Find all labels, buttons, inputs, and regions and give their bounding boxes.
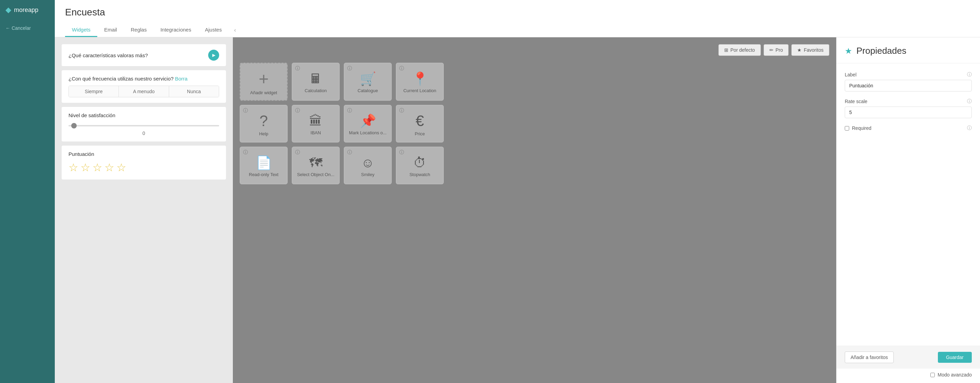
current-location-card[interactable]: ⓘ 📍 Current Location bbox=[396, 63, 444, 101]
required-checkbox[interactable] bbox=[845, 126, 849, 131]
page-title: Encuesta bbox=[65, 7, 970, 18]
borra-link[interactable]: Borra bbox=[175, 76, 188, 81]
widget-grid: + Añadir widget ⓘ 🖩 Calculation ⓘ 🛒 Cata… bbox=[240, 63, 829, 184]
widget-panel: ⊞ Por defecto ✏ Pro ★ Favoritos + Añadir… bbox=[233, 37, 836, 383]
advanced-mode-checkbox[interactable] bbox=[930, 373, 935, 377]
star-icon: ★ bbox=[797, 47, 802, 53]
tab-email[interactable]: Email bbox=[97, 23, 124, 37]
mark-locations-icon: 📌 bbox=[360, 115, 376, 128]
form-card-1-title: ¿Qué características valoras más? ▶ bbox=[68, 49, 219, 61]
main-area: Encuesta Widgets Email Reglas Integracio… bbox=[55, 0, 980, 383]
rate-scale-info-icon: ⓘ bbox=[967, 98, 972, 104]
favoritos-btn[interactable]: ★ Favoritos bbox=[791, 44, 829, 56]
star-3[interactable]: ☆ bbox=[92, 161, 102, 174]
logo-area: ◆ moreapp bbox=[0, 5, 44, 22]
properties-body: Label ⓘ Rate scale ⓘ Required bbox=[837, 63, 980, 346]
required-checkbox-left: Required bbox=[845, 125, 872, 131]
star-1[interactable]: ☆ bbox=[68, 161, 78, 174]
info-icon-calculation: ⓘ bbox=[295, 65, 300, 72]
form-card-3: Nivel de satisfacción 0 bbox=[62, 107, 226, 142]
calculation-icon: 🖩 bbox=[309, 72, 322, 85]
pro-icon: ✏ bbox=[769, 47, 773, 53]
choice-amenudo[interactable]: A menudo bbox=[119, 86, 169, 97]
select-object-card[interactable]: ⓘ 🗺 Select Object On... bbox=[292, 147, 340, 184]
tab-bar: Widgets Email Reglas Integraciones Ajust… bbox=[65, 23, 970, 37]
price-icon: € bbox=[416, 113, 424, 128]
play-button-1[interactable]: ▶ bbox=[208, 49, 219, 61]
readonly-label: Read-only Text bbox=[249, 172, 278, 177]
mark-locations-card[interactable]: ⓘ 📌 Mark Locations o... bbox=[344, 105, 392, 142]
price-card[interactable]: ⓘ € Price bbox=[396, 105, 444, 142]
pro-btn[interactable]: ✏ Pro bbox=[764, 44, 789, 56]
sidebar: ◆ moreapp ← Cancelar bbox=[0, 0, 55, 383]
form-card-2-question: ¿Con qué frecuencia utilizas nuestro ser… bbox=[68, 76, 219, 81]
iban-icon: 🏛 bbox=[309, 115, 322, 128]
price-label: Price bbox=[415, 131, 425, 136]
star-5[interactable]: ☆ bbox=[116, 161, 126, 174]
star-4[interactable]: ☆ bbox=[105, 161, 115, 174]
form-preview-panel: ¿Qué características valoras más? ▶ ¿Con… bbox=[55, 37, 233, 383]
properties-footer: Añadir a favoritos Guardar bbox=[837, 346, 980, 369]
rate-scale-field-label: Rate scale ⓘ bbox=[845, 98, 972, 104]
help-card[interactable]: ⓘ ? Help bbox=[240, 105, 288, 142]
help-label: Help bbox=[259, 131, 269, 136]
rate-scale-field-row: Rate scale ⓘ bbox=[845, 98, 972, 118]
calculation-label: Calculation bbox=[305, 88, 327, 93]
properties-panel: ★ Propiedades Label ⓘ Rate scale ⓘ bbox=[836, 37, 980, 383]
label-input[interactable] bbox=[845, 80, 972, 91]
stopwatch-card[interactable]: ⓘ ⏱ Stopwatch bbox=[396, 147, 444, 184]
slider-value: 0 bbox=[68, 131, 219, 136]
readonly-icon: 📄 bbox=[256, 156, 272, 169]
tab-arrow[interactable]: ‹ bbox=[229, 23, 242, 37]
pro-label: Pro bbox=[776, 47, 783, 53]
widget-toolbar: ⊞ Por defecto ✏ Pro ★ Favoritos bbox=[240, 44, 829, 56]
select-object-icon: 🗺 bbox=[309, 156, 322, 169]
info-icon-current-location: ⓘ bbox=[399, 65, 404, 72]
por-defecto-icon: ⊞ bbox=[724, 47, 728, 53]
add-widget-card[interactable]: + Añadir widget bbox=[240, 63, 288, 101]
calculation-card[interactable]: ⓘ 🖩 Calculation bbox=[292, 63, 340, 101]
tab-ajustes[interactable]: Ajustes bbox=[198, 23, 228, 37]
catalogue-card[interactable]: ⓘ 🛒 Catalogue bbox=[344, 63, 392, 101]
smiley-card[interactable]: ⓘ ☺ Smiley bbox=[344, 147, 392, 184]
tab-integraciones[interactable]: Integraciones bbox=[153, 23, 198, 37]
readonly-text-card[interactable]: ⓘ 📄 Read-only Text bbox=[240, 147, 288, 184]
slider-container bbox=[68, 122, 219, 128]
puntuacion-label: Puntuación bbox=[68, 151, 219, 157]
label-field-name: Label bbox=[845, 72, 856, 77]
por-defecto-label: Por defecto bbox=[730, 47, 755, 53]
catalogue-icon: 🛒 bbox=[360, 72, 376, 85]
choice-siempre[interactable]: Siempre bbox=[69, 86, 119, 97]
stopwatch-label: Stopwatch bbox=[409, 172, 430, 177]
tab-widgets[interactable]: Widgets bbox=[65, 23, 97, 37]
por-defecto-btn[interactable]: ⊞ Por defecto bbox=[718, 44, 761, 56]
choice-nunca[interactable]: Nunca bbox=[169, 86, 219, 97]
star-2[interactable]: ☆ bbox=[81, 161, 91, 174]
add-favorites-button[interactable]: Añadir a favoritos bbox=[845, 351, 894, 363]
logo-icon: ◆ bbox=[5, 5, 11, 14]
header: Encuesta Widgets Email Reglas Integracio… bbox=[55, 0, 980, 37]
slider-track[interactable] bbox=[68, 125, 219, 126]
mark-locations-label: Mark Locations o... bbox=[349, 130, 387, 135]
info-icon-price: ⓘ bbox=[399, 108, 404, 114]
favoritos-label: Favoritos bbox=[803, 47, 824, 53]
form-card-1-question: ¿Qué características valoras más? bbox=[68, 53, 148, 58]
tab-reglas[interactable]: Reglas bbox=[124, 23, 154, 37]
advanced-mode-label: Modo avanzado bbox=[937, 372, 972, 378]
form-card-4: Puntuación ☆ ☆ ☆ ☆ ☆ bbox=[62, 145, 226, 180]
info-icon-help: ⓘ bbox=[243, 108, 248, 114]
rate-scale-input[interactable] bbox=[845, 107, 972, 118]
required-info-icon: ⓘ bbox=[967, 125, 972, 131]
slider-thumb[interactable] bbox=[71, 123, 77, 128]
select-object-label: Select Object On... bbox=[297, 172, 334, 177]
required-label: Required bbox=[852, 125, 872, 131]
rate-scale-field-name: Rate scale bbox=[845, 99, 867, 104]
iban-card[interactable]: ⓘ 🏛 IBAN bbox=[292, 105, 340, 142]
label-info-icon: ⓘ bbox=[967, 72, 972, 78]
cancel-button[interactable]: ← Cancelar bbox=[0, 22, 36, 34]
save-button[interactable]: Guardar bbox=[938, 352, 972, 363]
required-row: Required ⓘ bbox=[845, 125, 972, 131]
props-title: Propiedades bbox=[856, 46, 906, 56]
add-icon: + bbox=[259, 70, 269, 87]
info-icon-stopwatch: ⓘ bbox=[399, 149, 404, 156]
